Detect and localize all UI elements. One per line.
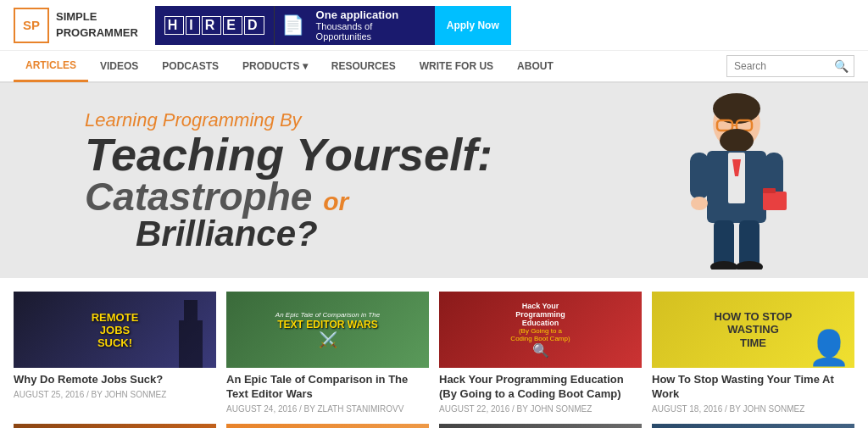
article-thumb-row2-4 [652, 424, 854, 428]
article-thumb-row2-2: GENERATE [226, 424, 429, 428]
article-meta-editor: AUGUST 24, 2016 / BY ZLATH STANIMIROVV [226, 404, 429, 414]
article-title-hack: Hack Your Programming Education (By Goin… [439, 373, 642, 402]
hero-main-line2: Catastrophe or [85, 177, 492, 216]
nav-item-videos[interactable]: VIDEOS [88, 50, 150, 82]
hero-or: or [323, 187, 348, 215]
article-thumb-hack: Hack YourProgrammingEducation (By Going … [439, 292, 642, 368]
logo-box: SP [14, 8, 49, 43]
hero-main-line3: Brilliance? [136, 216, 492, 252]
logo[interactable]: SP SIMPLE PROGRAMMER [14, 8, 138, 43]
article-thumb-remote: REMOTEJOBSSUCK! [14, 292, 216, 368]
articles-section: REMOTEJOBSSUCK! Why Do Remote Jobs Suck?… [0, 278, 868, 428]
search-button[interactable]: 🔍 [829, 59, 854, 73]
nav-item-articles[interactable]: ARTICLES [14, 50, 88, 82]
hero-text: Learning Programming By Teaching Yoursel… [85, 109, 492, 252]
article-thumb-experience: The Power ofEXPERIENCE AND MATURITY [14, 424, 216, 428]
article-thumb-stop: HOW TO STOPWASTINGTIME 👤 [652, 292, 854, 368]
ad-text-block: One application Thousands of Opportuniti… [311, 8, 435, 42]
ad-document-icon: 📄 [275, 14, 311, 36]
article-title-editor: An Epic Tale of Comparison in The Text E… [226, 373, 429, 402]
article-meta-remote: AUGUST 25, 2016 / BY JOHN SONMEZ [14, 390, 216, 399]
article-thumb-row2-3 [439, 424, 642, 428]
article-title-stop: How To Stop Wasting Your Time At Work [652, 373, 854, 402]
search-input[interactable] [727, 60, 829, 72]
svg-point-5 [720, 129, 754, 153]
article-row-1: REMOTEJOBSSUCK! Why Do Remote Jobs Suck?… [14, 292, 854, 414]
svg-point-1 [713, 93, 760, 124]
article-card-remote[interactable]: REMOTEJOBSSUCK! Why Do Remote Jobs Suck?… [14, 292, 216, 414]
person-illustration [682, 92, 792, 270]
article-row-2: The Power ofEXPERIENCE AND MATURITY GENE… [14, 424, 854, 428]
ad-banner[interactable]: H I R E D 📄 One application Thousands of… [155, 6, 511, 45]
article-title-remote: Why Do Remote Jobs Suck? [14, 373, 216, 387]
svg-rect-9 [690, 153, 709, 199]
nav-item-write[interactable]: WRITE FOR US [408, 50, 505, 82]
svg-point-11 [691, 197, 708, 210]
logo-text: SIMPLE PROGRAMMER [56, 9, 138, 40]
article-meta-stop: AUGUST 18, 2016 / BY JOHN SONMEZ [652, 404, 854, 414]
ad-hired-label: H I R E D [155, 6, 275, 45]
hero-section: Learning Programming By Teaching Yoursel… [0, 83, 868, 278]
hero-main-line1: Teaching Yourself: [85, 131, 492, 177]
nav-item-resources[interactable]: RESOURCES [320, 50, 408, 82]
ad-one-application: One application [316, 8, 430, 21]
article-card-editor[interactable]: An Epic Tale of Comparison in The TEXT E… [226, 292, 429, 414]
nav-item-about[interactable]: ABOUT [505, 50, 565, 82]
svg-rect-13 [763, 192, 787, 210]
nav-item-products[interactable]: PRODUCTS ▾ [231, 50, 320, 82]
article-card-row2-4[interactable] [652, 424, 854, 428]
article-card-hack[interactable]: Hack YourProgrammingEducation (By Going … [439, 292, 642, 414]
navbar: ARTICLES VIDEOS PODCASTS PRODUCTS ▾ RESO… [0, 51, 868, 83]
article-card-row2-2[interactable]: GENERATE [226, 424, 429, 428]
svg-rect-15 [714, 220, 734, 267]
article-card-row2-3[interactable] [439, 424, 642, 428]
nav-item-podcasts[interactable]: PODCASTS [150, 50, 231, 82]
svg-rect-16 [739, 220, 760, 267]
article-card-stop[interactable]: HOW TO STOPWASTINGTIME 👤 How To Stop Was… [652, 292, 854, 414]
header: SP SIMPLE PROGRAMMER H I R E D 📄 One app… [0, 0, 868, 51]
hero-figure [673, 92, 800, 270]
article-meta-hack: AUGUST 22, 2016 / BY JOHN SONMEZ [439, 404, 642, 414]
ad-apply-button[interactable]: Apply Now [435, 6, 511, 45]
article-thumb-editor: An Epic Tale of Comparison in The TEXT E… [226, 292, 429, 368]
article-card-experience[interactable]: The Power ofEXPERIENCE AND MATURITY [14, 424, 216, 428]
search-box[interactable]: 🔍 [726, 55, 854, 77]
svg-rect-14 [763, 188, 776, 193]
ad-thousands: Thousands of Opportunities [316, 21, 430, 42]
